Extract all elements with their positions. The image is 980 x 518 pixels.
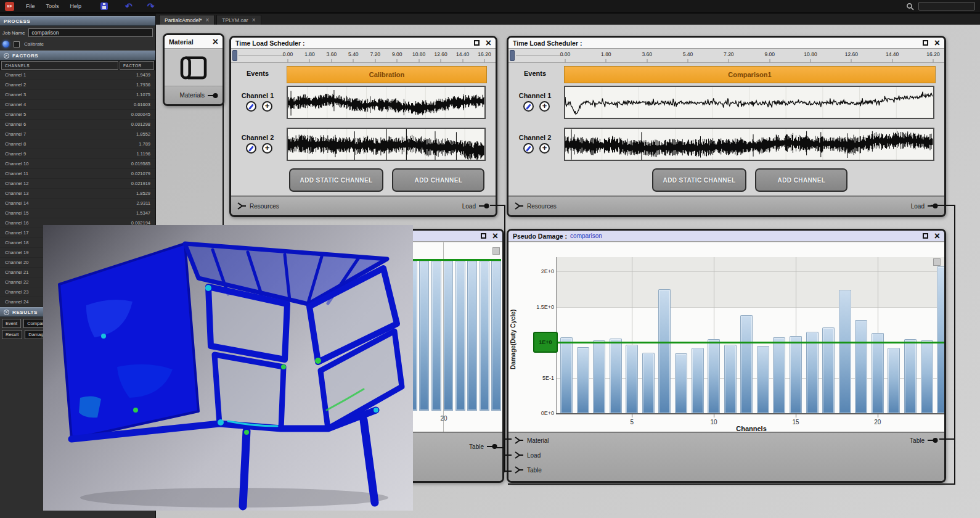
add-icon[interactable]: + <box>539 101 550 112</box>
table-output-port[interactable]: Table <box>469 443 497 450</box>
channel-row-15[interactable]: Channel 151.5347 <box>0 208 155 218</box>
channel-row-2[interactable]: Channel 21.7936 <box>0 80 155 90</box>
tab-close-icon[interactable]: × <box>205 18 209 23</box>
search-icon[interactable] <box>906 2 914 10</box>
redo-icon[interactable]: ↷ <box>147 3 155 9</box>
event-block-comparison1[interactable]: Comparison1 <box>564 66 936 83</box>
channel-row-7[interactable]: Channel 71.8552 <box>0 130 155 139</box>
calibrate-checkbox[interactable] <box>14 41 20 47</box>
time-load-scheduler-2[interactable]: Time Load Scheduler : × 0.001.803.605.40… <box>507 36 946 217</box>
chart-scroll-handle[interactable] <box>933 258 941 266</box>
channels-column-header[interactable]: CHANNELS <box>1 61 118 70</box>
channel-row-5[interactable]: Channel 50.000045 <box>0 110 155 120</box>
channel-row-1[interactable]: Channel 11.9439 <box>0 70 155 80</box>
ruler-tick-label: 14.40 <box>886 51 899 57</box>
event-label: Event <box>2 319 21 328</box>
channel-row-11[interactable]: Channel 110.021079 <box>0 169 155 179</box>
load-input-port[interactable]: Load <box>515 451 541 459</box>
reference-line[interactable] <box>557 342 944 343</box>
channel-row-14[interactable]: Channel 142.9311 <box>0 199 155 208</box>
calibration-bar-4 <box>431 261 441 411</box>
x-tick-mark <box>878 414 878 417</box>
timeline-slider-handle[interactable] <box>232 50 237 61</box>
maximize-icon[interactable] <box>923 40 928 46</box>
x-axis <box>556 413 944 414</box>
menu-tools[interactable]: Tools <box>41 2 65 10</box>
material-node-window[interactable]: Material × Materials <box>163 33 224 106</box>
factors-section-header[interactable]: ˃ FACTORS <box>0 51 155 60</box>
load-output-port[interactable]: Load <box>911 202 938 210</box>
add-static-channel-button[interactable]: ADD STATIC CHANNEL <box>289 168 384 192</box>
window-title: Time Load Scheduler : <box>513 39 582 47</box>
load-output-port[interactable]: Load <box>462 202 489 210</box>
channel-name: Channel 13 <box>0 191 121 196</box>
channel-row-13[interactable]: Channel 131.8529 <box>0 189 155 199</box>
tab-data-file[interactable]: TPLYM.oar × <box>216 15 261 25</box>
table-input-port[interactable]: Table <box>515 466 542 474</box>
timeline-slider-handle[interactable] <box>510 50 515 61</box>
maximize-icon[interactable] <box>474 40 480 46</box>
event-block-calibration[interactable]: Calibration <box>287 66 487 83</box>
add-icon[interactable]: + <box>262 101 272 112</box>
maximize-icon[interactable] <box>923 233 928 239</box>
channel-row-9[interactable]: Channel 91.1196 <box>0 149 155 159</box>
close-icon[interactable]: × <box>492 232 498 239</box>
tab-close-icon[interactable]: × <box>252 18 256 23</box>
damage-bar-channel-1 <box>560 337 573 413</box>
x-tick-label: 5 <box>627 419 637 426</box>
close-icon[interactable]: × <box>934 232 940 239</box>
pseudo-damage-comparison-window[interactable]: Pseudo Damage : comparison × Damage(Duty… <box>507 229 946 483</box>
channel-2-signal-plot[interactable] <box>564 128 934 161</box>
undo-icon[interactable]: ↶ <box>125 3 133 9</box>
job-name-input[interactable] <box>28 28 153 37</box>
channel-row-4[interactable]: Channel 40.61603 <box>0 100 155 110</box>
edit-pencil-icon[interactable] <box>246 101 256 112</box>
chart-scroll-handle[interactable] <box>492 247 500 255</box>
channel-row-10[interactable]: Channel 100.019585 <box>0 159 155 169</box>
table-output-port[interactable]: Table <box>910 437 938 444</box>
add-icon[interactable]: + <box>539 143 550 154</box>
add-static-channel-button[interactable]: ADD STATIC CHANNEL <box>652 168 747 192</box>
channel-1-signal-plot[interactable] <box>564 86 934 119</box>
channel-row-12[interactable]: Channel 120.021919 <box>0 179 155 189</box>
materials-output-port[interactable]: Materials <box>179 92 218 99</box>
maximize-icon[interactable] <box>481 233 486 239</box>
channel-2-signal-plot[interactable] <box>287 128 486 161</box>
close-icon[interactable]: × <box>934 39 940 46</box>
reference-line-handle[interactable]: 1E+0 <box>533 332 558 353</box>
process-section-header[interactable]: PROCESS <box>0 16 155 26</box>
resources-input-port[interactable]: Resources <box>237 202 279 210</box>
channel-row-3[interactable]: Channel 31.1075 <box>0 90 155 100</box>
damage-bar-channel-4 <box>610 339 622 413</box>
edit-pencil-icon[interactable] <box>523 143 534 154</box>
channel-factor: 1.8552 <box>121 131 155 137</box>
close-icon[interactable]: × <box>213 38 218 45</box>
channel-row-6[interactable]: Channel 60.001298 <box>0 120 155 130</box>
menu-file[interactable]: File <box>20 2 41 10</box>
channel-row-8[interactable]: Channel 81.789 <box>0 139 155 149</box>
app-logo-icon: EF <box>5 2 14 11</box>
edit-pencil-icon[interactable] <box>523 101 534 112</box>
tab-model[interactable]: PartialcAmodel* × <box>159 15 214 25</box>
resources-input-port[interactable]: Resources <box>515 202 557 210</box>
edit-pencil-icon[interactable] <box>246 143 256 154</box>
save-icon[interactable] <box>100 2 108 10</box>
channel-factor: 1.7936 <box>121 82 155 88</box>
time-load-scheduler-1[interactable]: Time Load Scheduler : × 0.001.803.605.40… <box>229 36 497 217</box>
damage-bar-channel-3 <box>593 340 605 413</box>
port-label: Table <box>910 437 925 444</box>
material-input-port[interactable]: Material <box>515 437 549 444</box>
add-icon[interactable]: + <box>262 143 272 154</box>
document-tab-bar: PartialcAmodel* × TPLYM.oar × <box>156 14 980 25</box>
window-title: Pseudo Damage : <box>513 232 567 240</box>
channel-1-signal-plot[interactable] <box>287 86 486 119</box>
add-channel-button[interactable]: ADD CHANNEL <box>755 168 847 192</box>
factor-column-header[interactable]: FACTOR <box>120 61 154 70</box>
menu-help[interactable]: Help <box>65 2 88 10</box>
add-channel-button[interactable]: ADD CHANNEL <box>392 168 484 192</box>
output-port-icon <box>479 202 489 210</box>
search-input[interactable] <box>918 2 975 10</box>
close-icon[interactable]: × <box>486 39 491 46</box>
damage-bar-channel-20 <box>872 333 884 413</box>
run-radio-button[interactable] <box>2 41 9 47</box>
